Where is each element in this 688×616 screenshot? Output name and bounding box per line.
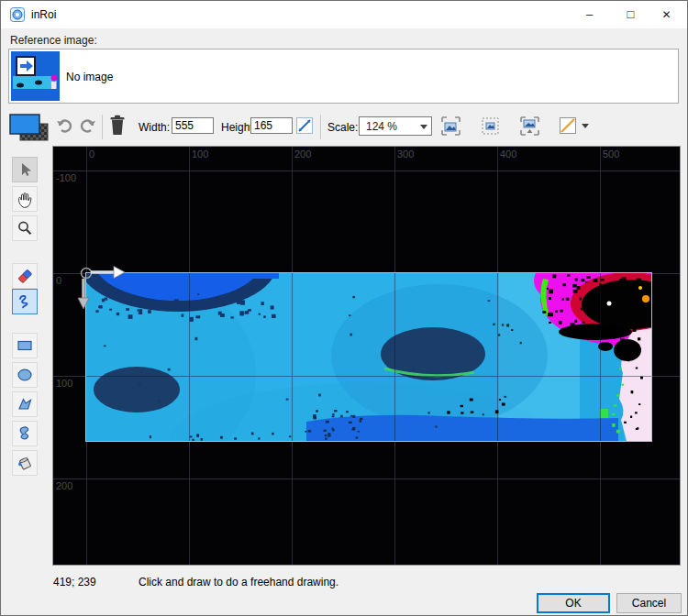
zoom-actual-size-button[interactable] xyxy=(481,116,500,136)
scale-label: Scale: xyxy=(327,121,358,134)
titlebar: inRoi – □ ✕ xyxy=(1,1,687,28)
ruler-y-label: 200 xyxy=(56,480,72,491)
polygon-icon xyxy=(16,395,34,413)
cursor-arrow-icon xyxy=(17,161,33,178)
lasso-tool-button[interactable] xyxy=(12,421,38,446)
reference-image-box[interactable]: No image xyxy=(8,49,679,104)
select-tool-button[interactable] xyxy=(12,157,38,182)
scale-combobox[interactable]: 124 % xyxy=(359,116,432,136)
reference-status-text: No image xyxy=(66,71,113,83)
rectangle-tool-button[interactable] xyxy=(12,333,38,358)
zoom-tool-button[interactable] xyxy=(12,215,38,241)
width-input[interactable] xyxy=(172,117,214,134)
freehand-tool-button[interactable] xyxy=(12,289,38,314)
polygon-tool-button[interactable] xyxy=(12,391,38,417)
ruler-x-label: 400 xyxy=(500,148,516,160)
cursor-coordinates: 419; 239 xyxy=(53,576,96,588)
color-swatch[interactable] xyxy=(8,113,50,142)
resize-image-button[interactable] xyxy=(296,117,313,134)
ok-button[interactable]: OK xyxy=(537,593,610,613)
close-button[interactable]: ✕ xyxy=(646,1,687,28)
rectangle-icon xyxy=(16,336,34,355)
no-color-button[interactable] xyxy=(560,117,576,134)
ruler-y-label: -100 xyxy=(56,172,76,183)
zoom-fit-button[interactable] xyxy=(441,116,461,136)
ruler-y-label: 100 xyxy=(56,378,72,389)
canvas-toolbar: Width: Height: Scale: 124 % xyxy=(1,109,687,146)
window-title: inRoi xyxy=(31,8,56,21)
tool-panel: Size 27 xyxy=(1,146,51,566)
ruler-x-label: 300 xyxy=(397,148,414,160)
inroi-dialog: inRoi – □ ✕ Reference image: No image xyxy=(0,0,688,616)
origin-handle-icon xyxy=(82,269,92,279)
cancel-button[interactable]: Cancel xyxy=(616,593,682,613)
ruler-y-label: 0 xyxy=(56,275,61,286)
eraser-icon xyxy=(16,267,34,285)
origin-axis-marker[interactable] xyxy=(68,260,141,329)
hand-icon xyxy=(16,190,34,208)
drawing-canvas[interactable]: 0 100 200 300 400 500 -100 0 100 200 xyxy=(52,146,681,566)
freehand-scribble-icon xyxy=(16,292,34,311)
pan-tool-button[interactable] xyxy=(12,186,38,212)
edited-image[interactable] xyxy=(86,273,651,441)
eraser-tool-button[interactable] xyxy=(12,263,38,289)
chevron-down-icon xyxy=(420,125,427,129)
foreground-color-swatch xyxy=(10,115,39,134)
ruler-x-label: 0 xyxy=(89,148,94,160)
minimize-button[interactable]: – xyxy=(569,1,610,28)
scale-value: 124 % xyxy=(366,120,397,133)
magnifier-icon xyxy=(17,220,33,236)
no-color-dropdown-icon[interactable] xyxy=(582,124,589,128)
ruler-x-label: 100 xyxy=(192,148,208,160)
app-icon xyxy=(10,7,25,22)
reference-thumbnail[interactable] xyxy=(11,51,60,101)
freeform-shape-icon xyxy=(16,424,34,443)
zoom-fit-width-button[interactable] xyxy=(520,116,539,136)
ruler-x-label: 200 xyxy=(294,148,311,160)
width-label: Width: xyxy=(139,121,170,134)
redo-button[interactable] xyxy=(78,117,96,134)
ruler-x-label: 500 xyxy=(603,148,619,160)
status-hint: Click and draw to do a freehand drawing. xyxy=(139,576,338,588)
height-input[interactable] xyxy=(250,117,293,134)
ellipse-icon xyxy=(16,366,34,384)
fill-tool-button[interactable] xyxy=(12,450,38,476)
paint-bucket-icon xyxy=(16,454,34,472)
reference-image-label: Reference image: xyxy=(10,34,97,47)
ellipse-tool-button[interactable] xyxy=(12,362,38,388)
undo-button[interactable] xyxy=(56,117,74,134)
delete-button[interactable] xyxy=(109,115,126,137)
